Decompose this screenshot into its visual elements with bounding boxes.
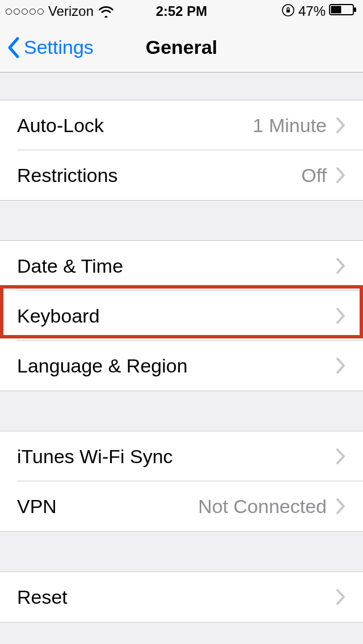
svg-rect-4 [354,7,356,12]
wifi-icon [98,5,114,18]
list-group-datetime: Date & Time Keyboard Language & Region [0,240,363,391]
row-label: Reset [17,586,327,608]
list-group-sync: iTunes Wi-Fi Sync VPN Not Connected [0,431,363,532]
row-label: Date & Time [17,255,327,277]
status-right: 47% [281,3,357,20]
row-label: VPN [17,495,198,518]
chevron-right-icon [336,307,346,324]
chevron-right-icon [336,117,346,134]
row-vpn[interactable]: VPN Not Connected [0,481,363,531]
chevron-right-icon [336,448,346,465]
row-value: Not Connected [198,495,327,518]
section-gap [0,201,363,240]
chevron-left-icon [7,36,20,59]
back-button[interactable]: Settings [0,23,94,72]
row-value: Off [301,164,327,187]
row-value: 1 Minute [253,115,327,137]
back-label: Settings [24,36,94,58]
row-language-region[interactable]: Language & Region [0,341,363,391]
row-label: Auto-Lock [17,115,253,137]
chevron-right-icon [336,257,346,274]
row-auto-lock[interactable]: Auto-Lock 1 Minute [0,100,363,150]
row-reset[interactable]: Reset [0,572,363,622]
battery-percentage: 47% [298,3,326,19]
row-itunes-wifi-sync[interactable]: iTunes Wi-Fi Sync [0,431,363,481]
svg-rect-1 [286,10,290,12]
row-label: Keyboard [17,305,327,327]
chevron-right-icon [336,588,346,605]
status-bar: Verizon 2:52 PM 47% [0,0,363,23]
row-label: iTunes Wi-Fi Sync [17,446,327,468]
row-keyboard[interactable]: Keyboard [0,291,363,341]
chevron-right-icon [336,498,346,515]
row-date-time[interactable]: Date & Time [0,241,363,291]
section-gap [0,73,363,100]
section-gap [0,391,363,431]
svg-rect-3 [331,6,341,14]
list-group-lock: Auto-Lock 1 Minute Restrictions Off [0,100,363,201]
row-restrictions[interactable]: Restrictions Off [0,150,363,200]
page-title: General [146,36,218,58]
status-time: 2:52 PM [156,3,208,19]
orientation-lock-icon [281,3,295,20]
nav-header: Settings General [0,23,363,73]
carrier-label: Verizon [48,3,94,19]
status-left: Verizon [6,3,114,19]
row-label: Restrictions [17,164,301,187]
battery-icon [329,3,357,19]
row-label: Language & Region [17,355,327,377]
chevron-right-icon [336,357,346,374]
section-gap [0,532,363,571]
signal-strength-icon [6,9,44,15]
list-group-reset: Reset [0,571,363,622]
chevron-right-icon [336,167,346,184]
